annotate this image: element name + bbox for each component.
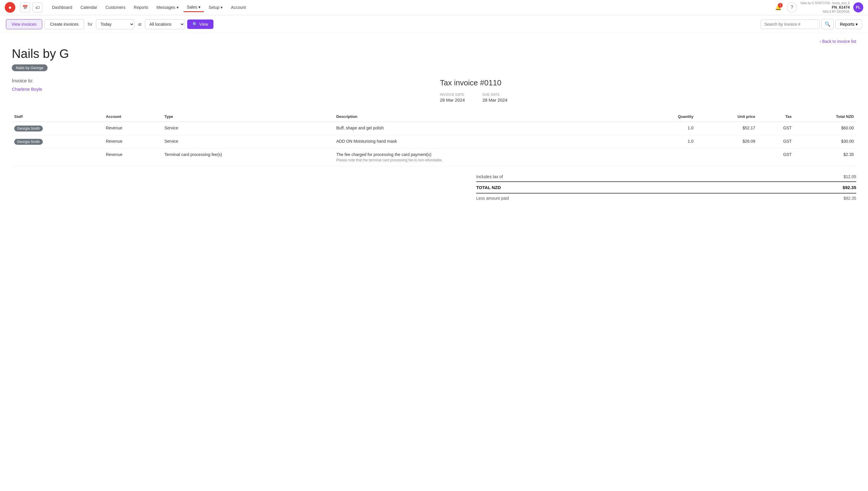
nav-links: Dashboard Calendar Customers Reports Mes… (49, 3, 771, 12)
nav-reports[interactable]: Reports (130, 3, 152, 11)
due-date-label: DUE DATE (483, 93, 507, 96)
nav-account[interactable]: Account (227, 3, 249, 11)
row-total: $30.00 (794, 135, 856, 149)
row-description-sub: Please note that the terminal card proce… (336, 158, 638, 162)
less-paid-value: $92.35 (843, 196, 856, 201)
search-area: 🔍 Reports ▾ (761, 19, 862, 29)
invoice-number-display: FN_61474 (800, 5, 850, 10)
row-total: $60.00 (794, 122, 856, 135)
top-navigation: ● 📅 🏷 Dashboard Calendar Customers Repor… (0, 0, 868, 16)
staff-badge: Georgia Smith (14, 125, 43, 132)
less-paid-label: Less amount paid (476, 196, 509, 201)
col-staff: Staff (12, 111, 103, 122)
location-select[interactable]: All locations (145, 19, 185, 29)
nav-sales[interactable]: Sales ▾ (183, 3, 204, 12)
dates-row: INVOICE DATE 28 Mar 2024 DUE DATE 28 Mar… (440, 93, 856, 103)
nav-dashboard[interactable]: Dashboard (49, 3, 76, 11)
nav-messages[interactable]: Messages ▾ (153, 3, 182, 11)
row-type: Terminal card processing fee(s) (162, 149, 334, 166)
row-quantity (640, 149, 695, 166)
totals-block: Includes tax of $12.05 TOTAL NZD $92.35 … (476, 172, 856, 203)
nav-customers[interactable]: Customers (102, 3, 129, 11)
row-type: Service (162, 122, 334, 135)
due-date-value: 28 Mar 2024 (483, 97, 507, 103)
invoice-date-block: INVOICE DATE 28 Mar 2024 (440, 93, 465, 103)
table-row: Georgia SmithRevenueServiceBuff, shape a… (12, 122, 856, 135)
col-account: Account (103, 111, 162, 122)
row-staff: Georgia Smith (12, 122, 103, 135)
row-tax: GST (757, 149, 794, 166)
nav-calendar[interactable]: Calendar (77, 3, 101, 11)
top-meta-text: Nails by G 555671758 - timely_test_6 (800, 1, 850, 5)
includes-tax-label: Includes tax of (476, 174, 503, 179)
includes-tax-value: $12.05 (843, 174, 856, 179)
view-invoices-button[interactable]: View invoices (6, 19, 42, 29)
user-info: Nails by G 555671758 - timely_test_6 FN_… (800, 1, 850, 14)
search-button[interactable]: 🔍 (822, 19, 834, 29)
invoice-to-label: Invoice to: (12, 78, 428, 84)
total-value: $92.35 (843, 185, 856, 190)
nav-setup[interactable]: Setup ▾ (205, 3, 226, 11)
row-quantity: 1.0 (640, 122, 695, 135)
toolbar: View invoices Create invoices for Today … (0, 16, 868, 33)
reports-button[interactable]: Reports ▾ (836, 20, 862, 29)
calendar-icon-btn[interactable]: 📅 (20, 2, 30, 12)
nav-right: 🔔 1 ? Nails by G 555671758 - timely_test… (773, 1, 863, 14)
table-row: Georgia SmithRevenueServiceADD ON Moistu… (12, 135, 856, 149)
avatar[interactable]: FL (853, 2, 863, 12)
row-staff (12, 149, 103, 166)
col-tax: Tax (757, 111, 794, 122)
main-content: ‹ Back to invoice list Nails by G Nails … (0, 33, 868, 215)
row-tax: GST (757, 122, 794, 135)
totals-section: Includes tax of $12.05 TOTAL NZD $92.35 … (12, 172, 856, 203)
includes-tax-row: Includes tax of $12.05 (476, 172, 856, 181)
notification-badge: 1 (778, 3, 783, 8)
row-quantity: 1.0 (640, 135, 695, 149)
col-type: Type (162, 111, 334, 122)
invoice-header-layout: Invoice to: Charlene Boyle Tax invoice #… (12, 78, 856, 103)
invoice-date-label: INVOICE DATE (440, 93, 465, 96)
invoice-right: Tax invoice #0110 INVOICE DATE 28 Mar 20… (440, 78, 856, 103)
business-name-large: Nails by G (12, 47, 856, 61)
row-account: Revenue (103, 149, 162, 166)
back-to-invoice-list-link[interactable]: ‹ Back to invoice list (12, 39, 856, 44)
row-total: $2.35 (794, 149, 856, 166)
row-description: The fee charged for processing the card … (334, 149, 640, 166)
col-unit-price: Unit price (696, 111, 757, 122)
tax-invoice-title: Tax invoice #0110 (440, 78, 856, 87)
help-button[interactable]: ? (787, 2, 797, 12)
row-description: Buff, shape and gel polish (334, 122, 640, 135)
invoice-table: Staff Account Type Description Quantity … (12, 111, 856, 166)
business-badge: Nails by George (12, 64, 48, 71)
search-icon: 🔍 (192, 22, 197, 27)
col-quantity: Quantity (640, 111, 695, 122)
business-short-name: NAILS BY GEORGE (800, 10, 850, 13)
col-description: Description (334, 111, 640, 122)
notifications-button[interactable]: 🔔 1 (773, 2, 783, 12)
search-input[interactable] (761, 20, 819, 29)
staff-badge: Georgia Smith (14, 139, 43, 145)
row-tax: GST (757, 135, 794, 149)
chevron-left-icon: ‹ (819, 39, 821, 44)
at-label: at (138, 22, 142, 27)
col-total: Total NZD (794, 111, 856, 122)
app-logo[interactable]: ● (5, 2, 16, 13)
create-invoices-button[interactable]: Create invoices (44, 19, 85, 29)
less-paid-row: Less amount paid $92.35 (476, 194, 856, 203)
view-button[interactable]: 🔍 View (187, 20, 213, 29)
table-header-row: Staff Account Type Description Quantity … (12, 111, 856, 122)
total-label: TOTAL NZD (476, 185, 501, 190)
for-label: for (88, 22, 92, 27)
invoice-date-value: 28 Mar 2024 (440, 97, 465, 103)
row-type: Service (162, 135, 334, 149)
table-row: RevenueTerminal card processing fee(s)Th… (12, 149, 856, 166)
period-select[interactable]: Today Yesterday This week This month (96, 19, 134, 29)
row-unit-price (696, 149, 757, 166)
client-name-link[interactable]: Charlene Boyle (12, 87, 428, 92)
due-date-block: DUE DATE 28 Mar 2024 (483, 93, 507, 103)
row-staff: Georgia Smith (12, 135, 103, 149)
row-account: Revenue (103, 122, 162, 135)
row-unit-price: $52.17 (696, 122, 757, 135)
tag-icon-btn[interactable]: 🏷 (32, 2, 42, 12)
row-account: Revenue (103, 135, 162, 149)
